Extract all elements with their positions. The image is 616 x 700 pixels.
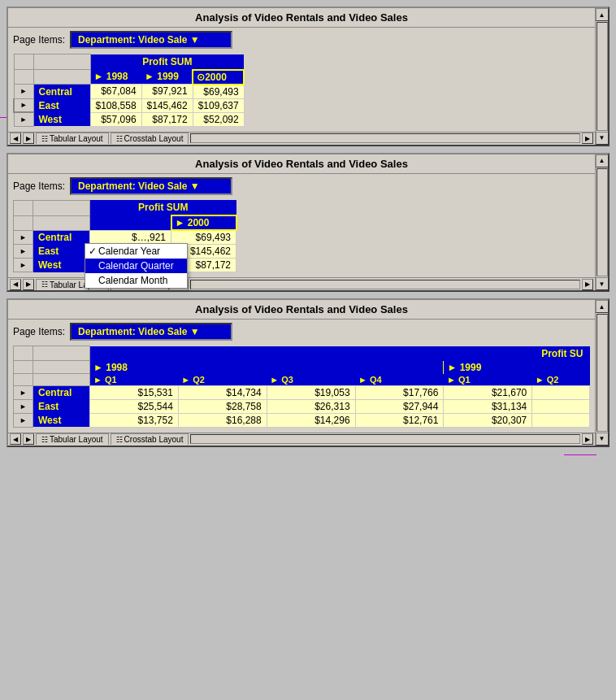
year-1998[interactable]: ► 1998 xyxy=(90,70,141,85)
west-q3-1998: $14,296 xyxy=(267,413,355,427)
q1-1999[interactable]: ► Q1 xyxy=(444,374,532,386)
q2-1998[interactable]: ► Q2 xyxy=(178,374,267,386)
west-q1-1998: $13,752 xyxy=(90,413,179,427)
table-row: ► East $25,544 $28,758 $26,313 $27,944 $… xyxy=(14,399,590,413)
check-icon: ✓ xyxy=(89,246,97,257)
corner-tl-2 xyxy=(33,70,90,85)
page-items-label-1: Page Items: xyxy=(13,34,65,46)
corner-p3-tl1 xyxy=(14,361,33,374)
year-1998-p3[interactable]: ► 1998 xyxy=(90,361,444,374)
hscroll-track-1[interactable] xyxy=(190,133,580,143)
scroll-right-2[interactable]: ▶ xyxy=(23,279,34,290)
q4-1998[interactable]: ► Q4 xyxy=(355,374,444,386)
corner-p3-tl2 xyxy=(33,361,90,374)
expand-central-p2[interactable]: ► xyxy=(14,230,33,245)
vscroll-track-2[interactable] xyxy=(596,168,608,277)
dropdown-item-quarter[interactable]: Calendar Quarter xyxy=(85,259,187,273)
table-row: ► Central $15,531 $14,734 $19,053 $17,76… xyxy=(14,385,590,399)
tab-area-3: ◀ ▶ ☷ Tabular Layout ☷ Crosstab Layout xyxy=(10,433,189,445)
table-area-1: Profit SUM ► 1998 ► 1999 ⊙2000 ► xyxy=(8,52,595,132)
dept-dropdown-text-3: Department: Video Sale ▼ xyxy=(78,326,200,337)
tab-tabular-3[interactable]: ☷ Tabular Layout xyxy=(36,433,109,445)
hscroll-track-3[interactable] xyxy=(190,434,580,444)
q2-1999[interactable]: ► Q2 xyxy=(532,374,590,386)
vscroll-up-3[interactable]: ▲ xyxy=(596,300,609,313)
tab-crosstab-label-1: Crosstab Layout xyxy=(124,134,184,143)
page-items-label-2: Page Items: xyxy=(13,180,65,192)
vscroll-up-2[interactable]: ▲ xyxy=(596,154,609,167)
vscroll-down-2[interactable]: ▼ xyxy=(596,277,609,290)
scroll-right-3[interactable]: ▶ xyxy=(23,433,34,445)
dropdown-year-label: Calendar Year xyxy=(98,246,160,257)
page-items-row-1: Page Items: Department: Video Sale ▼ xyxy=(8,28,595,52)
corner-cell-2 xyxy=(33,54,90,70)
tab-crosstab-3[interactable]: ☷ Crosstab Layout xyxy=(111,433,189,445)
central-q2-1998: $14,734 xyxy=(178,385,267,399)
table-area-2: Profit SUM ► 2000 ► Central xyxy=(8,198,595,278)
east-q4-1998: $27,944 xyxy=(355,399,444,413)
expand-west[interactable]: ► xyxy=(14,112,33,126)
tab-crosstab-icon-3: ☷ xyxy=(116,436,123,444)
scroll-left-3[interactable]: ◀ xyxy=(10,433,21,445)
west-2000: $52,092 xyxy=(193,112,244,126)
scroll-left-2[interactable]: ◀ xyxy=(10,279,21,290)
scroll-right-1[interactable]: ▶ xyxy=(23,133,34,144)
west-1999: $87,172 xyxy=(141,112,193,126)
expand-west-p2[interactable]: ► xyxy=(14,259,33,272)
q3-1998[interactable]: ► Q3 xyxy=(267,374,355,386)
year-2000-p2[interactable]: ► 2000 xyxy=(171,215,236,230)
year-1999[interactable]: ► 1999 xyxy=(141,70,193,85)
dropdown-item-year[interactable]: ✓ Calendar Year xyxy=(85,244,187,259)
central-q3-1998: $19,053 xyxy=(267,385,355,399)
dropdown-menu[interactable]: ✓ Calendar Year Calendar Quarter Calenda… xyxy=(85,243,188,289)
dept-dropdown-2[interactable]: Department: Video Sale ▼ xyxy=(70,177,232,195)
pivot-table-1: Profit SUM ► 1998 ► 1999 ⊙2000 ► xyxy=(13,54,245,127)
tab-tabular-icon-3: ☷ xyxy=(41,436,48,444)
expand-east[interactable]: ► xyxy=(14,98,33,112)
hscroll-track-2[interactable] xyxy=(190,280,580,289)
row-west-p2: West xyxy=(33,259,90,272)
profit-sum-header-1: Profit SUM xyxy=(90,54,244,70)
vscroll-2: ▲ ▼ xyxy=(595,154,608,291)
scroll-right-end-2[interactable]: ▶ xyxy=(582,279,593,290)
vscroll-track-1[interactable] xyxy=(596,22,608,131)
vscroll-track-3[interactable] xyxy=(596,314,608,432)
row-east: East xyxy=(33,98,90,112)
scrollbar-area-3: ◀ ▶ ☷ Tabular Layout ☷ Crosstab Layout ▶ xyxy=(8,433,595,446)
year-2000[interactable]: ⊙2000 xyxy=(193,70,244,85)
corner-p3-tl3 xyxy=(14,374,33,386)
row-west: West xyxy=(33,112,90,126)
dropdown-item-month[interactable]: Calendar Month xyxy=(85,273,187,288)
expand-east-p2[interactable]: ► xyxy=(14,245,33,259)
panel-3: Analysis of Video Rentals and Video Sale… xyxy=(7,298,609,447)
q1-1998[interactable]: ► Q1 xyxy=(90,374,179,386)
dept-dropdown-3[interactable]: Department: Video Sale ▼ xyxy=(70,323,232,341)
tab-tabular-1[interactable]: ☷ Tabular Layout xyxy=(36,133,109,144)
vscroll-up-1[interactable]: ▲ xyxy=(596,8,609,21)
dept-dropdown-1[interactable]: Department: Video Sale ▼ xyxy=(70,31,232,49)
year-col1[interactable] xyxy=(90,215,171,230)
central-2000: $69,493 xyxy=(193,85,244,99)
tab-crosstab-1[interactable]: ☷ Crosstab Layout xyxy=(111,133,189,144)
corner-cell-1 xyxy=(14,54,33,70)
west-q2-1999 xyxy=(532,413,590,427)
table-row: ► East $108,558 $145,462 $109,637 xyxy=(14,98,244,112)
central-1998: $67,084 xyxy=(90,85,141,99)
scroll-right-end-1[interactable]: ▶ xyxy=(582,133,593,144)
expand-central-p3[interactable]: ► xyxy=(14,385,33,399)
expand-west-p3[interactable]: ► xyxy=(14,413,33,427)
tab-area-1: ◀ ▶ ☷ Tabular Layout ☷ Crosstab Layout xyxy=(10,133,189,144)
expand-east-p3[interactable]: ► xyxy=(14,399,33,413)
corner-cell-p3-2 xyxy=(33,346,90,361)
scroll-right-end-3[interactable]: ▶ xyxy=(582,433,593,445)
panel-2-title: Analysis of Video Rentals and Video Sale… xyxy=(8,154,595,174)
expand-central[interactable]: ► xyxy=(14,85,33,99)
annotation-d-line xyxy=(564,454,596,455)
tab-tabular-label-1: Tabular Layout xyxy=(50,134,103,143)
scroll-left-1[interactable]: ◀ xyxy=(10,133,21,144)
vscroll-down-1[interactable]: ▼ xyxy=(596,132,609,145)
year-1999-p3[interactable]: ► 1999 xyxy=(444,361,590,374)
east-q1-1999: $31,134 xyxy=(444,399,532,413)
vscroll-down-3[interactable]: ▼ xyxy=(596,433,609,446)
tab-crosstab-icon-1: ☷ xyxy=(116,135,123,143)
